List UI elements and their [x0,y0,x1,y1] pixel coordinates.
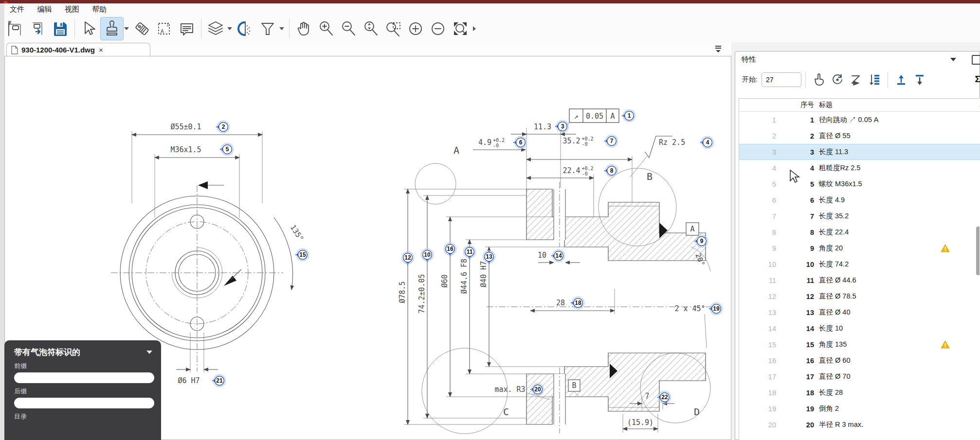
table-row[interactable]: 88长度 22.422.4 [739,224,980,240]
start-number-input[interactable] [762,72,801,87]
reorder-button[interactable] [847,70,865,89]
balloon-21[interactable]: 21 [212,375,226,387]
table-row[interactable]: 2020半径 R 3 max.3 [739,417,980,433]
balloon-19[interactable]: 19 [708,303,723,315]
menu-edit[interactable]: 编辑 [37,5,52,14]
zoom-in-button[interactable] [315,18,337,40]
dimension-text[interactable]: 28 [556,299,565,307]
balloon-15[interactable]: 15 [295,249,309,261]
dimension-text[interactable]: 11.3 [534,123,551,131]
table-row[interactable]: 1414长度 1010 [739,320,980,336]
balloon-12[interactable]: 12 [402,252,414,266]
table-row[interactable]: 1313直径 Ø 4040 [739,304,980,320]
table-row[interactable]: 33长度 11.311.3 [739,144,980,160]
balloon-11[interactable]: 11 [464,246,476,260]
save-button[interactable] [49,18,72,40]
table-row[interactable]: 1111直径 Ø 44.644.6 [739,272,980,288]
new-file-button[interactable] [4,18,27,40]
pin-icon[interactable] [972,55,980,65]
dimension-text[interactable]: 35.2+0.2-0 [563,136,593,147]
dimension-text[interactable]: Ø6 H7 [178,376,200,385]
dimension-text[interactable]: 7 [645,392,649,401]
table-row[interactable]: 1818长度 2828 [739,385,980,401]
balloon-7[interactable]: 7 [604,135,618,147]
table-row[interactable]: 99角度 2020 [739,240,980,256]
dimension-text[interactable]: 4.9+0.2-0 [478,138,505,148]
balloon-14[interactable]: 14 [551,250,565,262]
dimension-text[interactable]: max. R3 [494,385,525,394]
svg-text:Ø44.6 F8[interactable]: Ø44.6 F8 [460,259,469,294]
table-row[interactable]: 44粗糙度Rz 2.5 [739,160,980,176]
stamp-button[interactable] [100,17,124,40]
sort-list-button[interactable] [865,70,884,89]
panel-dropdown-caret[interactable] [950,58,956,61]
layers-button[interactable] [204,18,227,40]
comment-button[interactable] [176,18,198,40]
svg-text:74.2±0.05[interactable]: 74.2±0.05 [417,274,426,313]
toolbar-overflow-chevron[interactable] [473,26,476,31]
balloon-5[interactable]: 5 [219,143,234,156]
dimension-text[interactable]: 2 x 45° [674,304,705,313]
suffix-input[interactable] [14,398,154,408]
dimension-text[interactable]: 22.4+0.2-0 [563,166,593,176]
balloon-16[interactable]: 16 [444,243,456,257]
tab-close-icon[interactable]: × [99,46,103,54]
decrease-button[interactable] [427,18,449,40]
table-row[interactable]: 1919倒角 22 [739,401,980,417]
dimension-text[interactable]: 10 [538,251,546,260]
scrollbar-thumb[interactable] [976,227,980,275]
table-row[interactable]: 66长度 4.94.9 [739,192,980,208]
dimension-text[interactable]: M36x1.5 [170,145,201,154]
column-title[interactable]: 标题 [819,101,937,109]
table-row[interactable]: 22直径 Ø 5555 [739,128,980,144]
select-area-button[interactable]: A1 [153,18,176,40]
menu-help[interactable]: 帮助 [92,5,107,14]
dimension-text[interactable]: 135° [289,223,306,243]
collapse-caret-icon[interactable] [146,351,152,354]
open-file-button[interactable] [27,18,49,40]
balloon-1[interactable]: 1 [621,110,635,122]
pan-button[interactable] [292,18,315,40]
zoom-fit-button[interactable] [449,18,472,40]
export-bottom-button[interactable] [910,70,929,89]
dimension-text[interactable]: Ø55±0.1 [170,123,201,131]
balloon-3[interactable]: 3 [555,121,569,133]
table-row[interactable]: 1717直径 Ø 7070 [739,369,980,385]
surface-finish[interactable]: Rz 2.5 [630,136,685,177]
filter-dropdown-caret[interactable] [279,27,284,30]
increase-button[interactable] [404,18,427,40]
balloon-4[interactable]: 4 [700,137,714,149]
balloon-18[interactable]: 18 [570,297,584,309]
mirror-button[interactable] [234,18,256,40]
table-row[interactable]: 1010长度 74.274.2 [739,256,980,272]
svg-text:Ø60[interactable]: Ø60 [440,274,449,287]
table-row[interactable]: 55螺纹 M36x1.5 [739,176,980,192]
balloon-8[interactable]: 8 [604,165,618,177]
pick-button[interactable] [810,70,828,89]
balloon-2[interactable]: 2 [216,121,230,133]
balloon-10[interactable]: 10 [421,249,434,263]
layers-dropdown-caret[interactable] [227,27,232,30]
tag-button[interactable] [131,18,153,40]
sum-symbol[interactable]: Σ [975,74,980,85]
balloon-6[interactable]: 6 [513,137,527,149]
column-index[interactable]: 序号 [779,101,819,109]
table-row[interactable]: 1515角度 135135 [739,336,980,352]
zoom-window-button[interactable] [382,18,404,40]
prefix-input[interactable] [14,372,154,383]
table-row[interactable]: 1212直径 Ø 78.578.5 [739,288,980,304]
svg-text:Ø78.5[interactable]: Ø78.5 [398,281,407,303]
menu-view[interactable]: 视图 [65,5,79,14]
zoom-out-button[interactable] [337,18,360,40]
zoom-dynamic-button[interactable] [360,18,382,40]
document-tab[interactable]: 930-1200-406-V1.dwg × [6,43,150,56]
export-top-button[interactable] [892,70,910,89]
menu-file[interactable]: 文件 [10,5,24,14]
stamp-dropdown-caret[interactable] [124,27,129,30]
column-nominal[interactable]: 名义值 [953,101,980,109]
table-row[interactable]: 77长度 35.235.2 [739,208,980,224]
refresh-button[interactable] [828,70,847,89]
table-row[interactable]: 11径向跳动 ↗ 0.05 A [739,112,980,128]
select-button[interactable] [78,18,100,40]
svg-text:Ø40 H7[interactable]: Ø40 H7 [479,261,488,287]
